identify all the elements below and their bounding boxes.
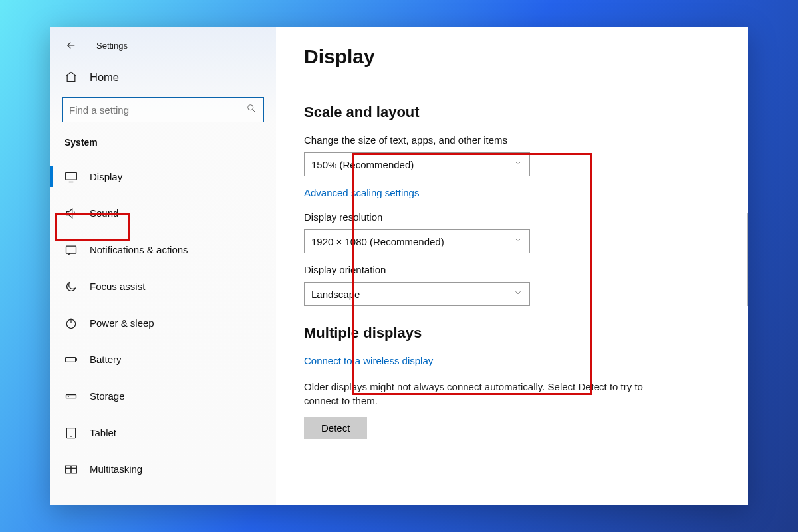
- moon-icon: [65, 280, 78, 293]
- orientation-dropdown[interactable]: Landscape: [304, 282, 530, 306]
- notifications-icon: [65, 243, 78, 257]
- search-input-container[interactable]: [62, 97, 264, 122]
- battery-icon: [65, 353, 78, 366]
- sidebar-item-label: Display: [90, 171, 122, 182]
- scale-dropdown-value: 150% (Recommended): [311, 159, 414, 170]
- sidebar-nav-list: Display Sound Notifications & actions Fo…: [58, 158, 268, 487]
- svg-point-6: [68, 396, 68, 396]
- resolution-dropdown-value: 1920 × 1080 (Recommended): [311, 236, 444, 247]
- detect-description: Older displays might not always connect …: [304, 380, 650, 408]
- wireless-display-link[interactable]: Connect to a wireless display: [304, 355, 433, 366]
- sidebar-item-notifications[interactable]: Notifications & actions: [58, 231, 268, 268]
- svg-rect-8: [66, 466, 71, 473]
- sidebar-item-sound[interactable]: Sound: [58, 195, 268, 231]
- sidebar-item-battery[interactable]: Battery: [58, 341, 268, 378]
- home-label: Home: [90, 71, 119, 84]
- search-icon: [246, 103, 257, 116]
- search-input[interactable]: [69, 104, 246, 116]
- scale-layout-heading: Scale and layout: [304, 104, 722, 121]
- orientation-dropdown-value: Landscape: [311, 289, 360, 300]
- svg-rect-1: [66, 172, 77, 180]
- monitor-icon: [65, 170, 78, 184]
- scale-dropdown[interactable]: 150% (Recommended): [304, 152, 530, 176]
- content-panel: Display Scale and layout Change the size…: [276, 27, 748, 505]
- multitasking-icon: [65, 463, 78, 476]
- sidebar-item-focus-assist[interactable]: Focus assist: [58, 268, 268, 305]
- multiple-displays-heading: Multiple displays: [304, 325, 722, 342]
- sidebar-item-label: Sound: [90, 207, 118, 219]
- sidebar-item-label: Storage: [90, 390, 125, 402]
- power-icon: [65, 317, 78, 330]
- sidebar-item-label: Focus assist: [90, 281, 145, 292]
- sidebar-item-label: Multitasking: [90, 464, 142, 475]
- sidebar-section-label: System: [58, 137, 268, 158]
- svg-rect-2: [66, 246, 76, 253]
- chevron-down-icon: [513, 288, 523, 300]
- sound-icon: [65, 207, 78, 220]
- orientation-field-label: Display orientation: [304, 264, 722, 275]
- resolution-field-label: Display resolution: [304, 211, 722, 223]
- home-icon: [65, 70, 78, 84]
- chevron-down-icon: [513, 235, 523, 247]
- sidebar-item-multitasking[interactable]: Multitasking: [58, 451, 268, 487]
- sidebar-item-power-sleep[interactable]: Power & sleep: [58, 305, 268, 341]
- page-title: Display: [304, 45, 722, 68]
- back-button[interactable]: [63, 37, 79, 53]
- resolution-dropdown[interactable]: 1920 × 1080 (Recommended): [304, 229, 530, 253]
- tablet-icon: [65, 426, 78, 440]
- scale-field-label: Change the size of text, apps, and other…: [304, 134, 722, 146]
- sidebar: Settings Home System Display Sound: [50, 27, 276, 505]
- sidebar-item-label: Tablet: [90, 427, 116, 438]
- sidebar-item-label: Power & sleep: [90, 317, 154, 329]
- sidebar-item-display[interactable]: Display: [58, 158, 268, 195]
- window-header: Settings: [58, 36, 268, 65]
- sidebar-item-label: Notifications & actions: [90, 244, 188, 255]
- storage-icon: [65, 390, 78, 403]
- svg-point-0: [248, 105, 253, 110]
- advanced-scaling-link[interactable]: Advanced scaling settings: [304, 187, 419, 198]
- svg-rect-4: [66, 357, 76, 362]
- svg-rect-9: [72, 466, 77, 473]
- app-title: Settings: [96, 41, 128, 51]
- detect-button[interactable]: Detect: [304, 417, 367, 439]
- settings-window: Settings Home System Display Sound: [50, 27, 748, 505]
- sidebar-item-tablet[interactable]: Tablet: [58, 414, 268, 451]
- sidebar-item-storage[interactable]: Storage: [58, 378, 268, 414]
- sidebar-item-home[interactable]: Home: [58, 65, 268, 93]
- chevron-down-icon: [513, 158, 523, 170]
- svg-rect-5: [66, 394, 76, 398]
- sidebar-item-label: Battery: [90, 354, 122, 365]
